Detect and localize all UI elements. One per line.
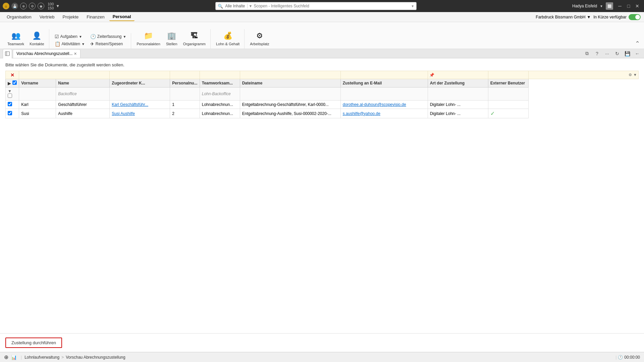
col-header-dateiname[interactable]: Dateiname [240,79,340,87]
select-all-checkbox[interactable] [12,80,17,85]
ribbon-zeiterfassung-button[interactable]: 🕐 Zeiterfassung ▼ [88,33,128,40]
group-checkbox[interactable] [8,94,12,98]
col-header-teamwork[interactable]: Teamworksam... [200,79,240,87]
settings-icon[interactable]: ⚙ [29,3,36,9]
breadcrumb: Lohnlaufverwaltung > Vorschau Abrechnung… [24,355,125,360]
dropdown-icon[interactable]: ▼ [56,4,60,8]
filter-row: ✕ 📌 ▼ ⚙ [6,71,639,79]
ribbon-group-main: 👥 Teamwork 👤 Kontakte [3,29,49,49]
ribbon-group-tasks: ☑ Aufgaben ▼ 📋 Aktivitäten ▼ 🕐 Zeiterfas… [50,33,131,49]
search-input[interactable] [254,4,411,8]
filter-dropdown-icon[interactable]: ▼ [633,73,637,77]
ribbon-aktivitaeten-button[interactable]: 📋 Aktivitäten ▼ [53,41,87,47]
save-tab-button[interactable]: 💾 [623,50,631,58]
tab-label: Vorschau Abrechnungszustell... [16,51,72,56]
menu-projekte[interactable]: Projekte [59,13,82,21]
reisen-label: Reisen/Spesen [96,42,123,46]
back-button[interactable]: ← [633,50,641,58]
menu-vertrieb[interactable]: Vertrieb [36,13,58,21]
aktivitaeten-chevron: ▼ [82,42,85,46]
col-header-zugeordnet[interactable]: Zugeordneter K... [110,79,170,87]
statusbar-separator: | [21,355,22,360]
availability-toggle[interactable] [629,14,641,20]
svg-rect-0 [5,52,9,56]
menu-personal[interactable]: Personal [109,13,135,21]
susi-email-link[interactable]: s.aushilfe@yahoo.de [343,111,380,116]
ribbon-group-personal: 📁 Personalakten 🏢 Stellen 🏗 Organigramm [132,29,211,49]
search-filter-label[interactable]: Alle Inhalte [223,4,247,8]
col-header-vorname[interactable]: Vorname [19,79,56,87]
col-header-art[interactable]: Art der Zustellung [428,79,488,87]
tab-bar: Vorschau Abrechnungszustell... × ⧉ ? ···… [0,49,644,58]
karl-zugeordnet-link[interactable]: Karl Geschäftsführ... [112,102,148,107]
main-tab[interactable]: Vorschau Abrechnungszustell... × [13,49,80,58]
home-icon[interactable]: ⌂ [3,3,9,9]
menu-finanzen[interactable]: Finanzen [83,13,108,21]
ribbon-lohn-button[interactable]: 💰 Lohn & Gehalt [214,29,241,47]
window-controls: ─ □ ✕ [616,3,641,9]
col-header-extern[interactable]: Externer Benutzer [488,79,528,87]
add-circle-icon[interactable]: ⊕ [20,3,27,9]
ribbon-teamwork-button[interactable]: 👥 Teamwork [5,29,26,47]
ribbon-aufgaben-button[interactable]: ☑ Aufgaben ▼ [53,33,87,40]
breadcrumb-item-1[interactable]: Lohnlaufverwaltung [24,355,59,360]
ribbon-reisen-button[interactable]: ✈ Reisen/Spesen [88,41,128,47]
ribbon-tasks-items: ☑ Aufgaben ▼ 📋 Aktivitäten ▼ 🕐 Zeiterfas… [53,33,128,47]
zeit-icon: 🕐 [90,34,96,39]
ribbon-kontakte-button[interactable]: 👤 Kontakte [28,29,46,47]
pin-filter-icon[interactable]: 📌 [429,73,434,77]
susi-name-cell: Aushilfe [56,109,110,118]
ribbon-organigramm-button[interactable]: 🏗 Organigramm [181,29,208,47]
nav-icon[interactable]: ⊕ [4,354,8,360]
sidebar-panel-icon[interactable] [3,49,12,58]
close-button[interactable]: ✕ [633,3,641,9]
pin-icon[interactable]: ◉ [38,3,44,9]
organigramm-icon: 🏗 [189,31,200,41]
stellen-label: Stellen [166,42,177,46]
karl-vorname-cell: Karl [19,101,56,109]
reisen-icon: ✈ [90,41,94,47]
susi-checkbox[interactable] [8,111,12,115]
group-dateiname-cell [240,87,340,101]
col-header-email[interactable]: Zustellung an E-Mail [340,79,428,87]
filter-clear-icon[interactable]: ✕ [10,72,14,78]
susi-vorname-cell: Susi [19,109,56,118]
susi-zugeordnet-cell: Susi Aushilfe [110,109,170,118]
tab-close-button[interactable]: × [74,51,76,56]
karl-dateiname-cell: Entgeltabrechnung-Geschäftsführer, Karl-… [240,101,340,109]
ribbon-personalakten-button[interactable]: 📁 Personalakten [135,29,162,47]
susi-zugeordnet-link[interactable]: Susi Aushilfe [112,111,135,116]
menu-organisation[interactable]: Organisation [3,13,35,21]
maximize-button[interactable]: □ [625,3,633,9]
save-icon[interactable]: 💾 [11,3,18,9]
arbeitsplatz-icon: ⚙ [254,31,265,41]
group-expand-icon[interactable]: ▼ [8,89,12,94]
group-name-cell: Backoffice [56,87,110,101]
ribbon-arbeitsplatz-button[interactable]: ⚙ Arbeitsplatz [248,29,271,47]
col-header-name[interactable]: Name [56,79,110,87]
search-dropdown-icon[interactable]: ▼ [411,4,414,8]
ribbon-stellen-button[interactable]: 🏢 Stellen [164,29,180,47]
time-icon: 🕐 [618,355,623,360]
group-expand-header[interactable]: ▶ [8,81,11,86]
help-button[interactable]: ? [593,50,601,58]
filter-cell-6 [340,71,428,79]
refresh-button[interactable]: ↻ [613,50,621,58]
user-dropdown-icon[interactable]: ▼ [600,4,603,8]
ribbon-collapse-button[interactable]: ⌃ [634,39,641,49]
minimize-button[interactable]: ─ [616,3,624,9]
filter-cell-3 [170,71,200,79]
karl-email-link[interactable]: dorothee.al-duhoun@scopevisio.de [343,102,406,107]
filter-settings-icon[interactable]: ⚙ [629,73,632,77]
lohn-icon: 💰 [222,31,233,41]
copy-tab-button[interactable]: ⧉ [583,50,591,58]
company-selector[interactable]: Farbdruck Bissmann GmbH ▼ [536,15,591,19]
chart-icon[interactable]: 📊 [11,355,17,360]
toggle-knob [635,15,640,19]
zustellung-button[interactable]: Zustellung durchführen [5,338,62,348]
col-header-personal[interactable]: Personalnu... [170,79,200,87]
company-dropdown-icon[interactable]: ▼ [587,15,591,19]
window-restore-icon[interactable]: ⬜ [606,2,613,10]
more-button[interactable]: ··· [603,50,611,58]
karl-checkbox[interactable] [8,102,12,106]
